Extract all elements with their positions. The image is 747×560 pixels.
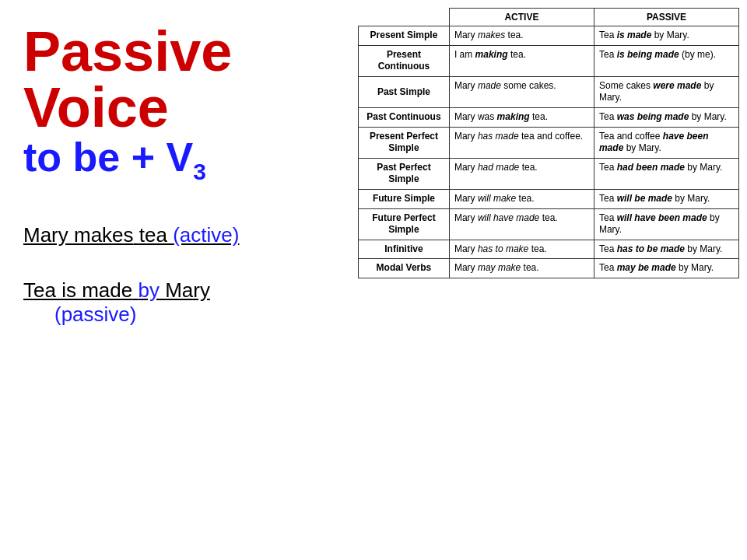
example-active-prefix: Mary makes (23, 223, 134, 247)
tense-cell: Past Perfect Simple (359, 158, 450, 189)
active-cell: Mary made some cakes. (449, 76, 594, 107)
table-row: Past Perfect SimpleMary had made tea.Tea… (359, 158, 739, 189)
table-row: Future Perfect SimpleMary will have made… (359, 208, 739, 240)
active-cell: Mary has made tea and coffee. (449, 127, 594, 158)
active-header: ACTIVE (449, 9, 594, 26)
right-panel: ACTIVE PASSIVE Present SimpleMary makes … (358, 0, 747, 560)
tense-cell: Present Perfect Simple (359, 127, 450, 158)
v3-label: 3 (193, 135, 206, 180)
left-panel: Passive Voice to be + V3 Mary makes tea … (0, 0, 358, 560)
passive-cell: Tea will be made by Mary. (594, 189, 738, 208)
active-cell: Mary may make tea. (449, 259, 594, 278)
tense-cell: Infinitive (359, 240, 450, 259)
table-row: Present ContinuousI am making tea.Tea is… (359, 45, 739, 76)
tense-cell: Past Simple (359, 76, 450, 107)
subtitle-text: to be + V (23, 135, 193, 180)
example-active-label: (active) (173, 223, 239, 247)
passive-label: (passive) (54, 303, 342, 327)
passive-cell: Tea was being made by Mary. (594, 107, 738, 127)
title-voice: Voice (23, 79, 342, 135)
passive-cell: Tea is being made (by me). (594, 45, 738, 76)
table-row: Past SimpleMary made some cakes.Some cak… (359, 76, 739, 107)
passive-header: PASSIVE (594, 9, 738, 26)
tense-cell: Future Simple (359, 189, 450, 208)
active-cell: Mary has to make tea. (449, 240, 594, 259)
passive-cell: Some cakes were made by Mary. (594, 76, 738, 107)
tense-cell: Future Perfect Simple (359, 208, 450, 240)
table-row: Present Perfect SimpleMary has made tea … (359, 127, 739, 158)
passive-cell: Tea and coffee have been made by Mary. (594, 127, 738, 158)
table-header-row: ACTIVE PASSIVE (359, 9, 739, 26)
tense-cell: Past Continuous (359, 107, 450, 127)
table-row: InfinitiveMary has to make tea.Tea has t… (359, 240, 739, 259)
active-cell: Mary will have made tea. (449, 208, 594, 240)
table-row: Future SimpleMary will make tea.Tea will… (359, 189, 739, 208)
passive-cell: Tea is made by Mary. (594, 26, 738, 46)
tense-cell: Present Continuous (359, 45, 450, 76)
passive-cell: Tea has to be made by Mary. (594, 240, 738, 259)
table-row: Modal VerbsMary may make tea.Tea may be … (359, 259, 739, 278)
example-active-noun: tea (139, 223, 167, 247)
active-cell: Mary was making tea. (449, 107, 594, 127)
title-passive: Passive (23, 23, 342, 79)
example-passive-text: Tea is made by Mary (23, 278, 210, 302)
example-passive-underline: Tea is made by Mary (23, 278, 210, 302)
active-cell: Mary had made tea. (449, 158, 594, 189)
example-passive: Tea is made by Mary (passive) (23, 278, 342, 327)
table-row: Past ContinuousMary was making tea.Tea w… (359, 107, 739, 127)
grammar-table: ACTIVE PASSIVE Present SimpleMary makes … (358, 8, 739, 278)
tense-cell: Present Simple (359, 26, 450, 46)
table-row: Present SimpleMary makes tea.Tea is made… (359, 26, 739, 46)
active-cell: Mary makes tea. (449, 26, 594, 46)
empty-header (359, 9, 450, 26)
subtitle: to be + V3 (23, 135, 342, 184)
passive-cell: Tea will have been made by Mary. (594, 208, 738, 240)
example-active: Mary makes tea (active) (23, 223, 342, 247)
active-cell: Mary will make tea. (449, 189, 594, 208)
active-cell: I am making tea. (449, 45, 594, 76)
tense-cell: Modal Verbs (359, 259, 450, 278)
passive-cell: Tea may be made by Mary. (594, 259, 738, 278)
passive-cell: Tea had been made by Mary. (594, 158, 738, 189)
